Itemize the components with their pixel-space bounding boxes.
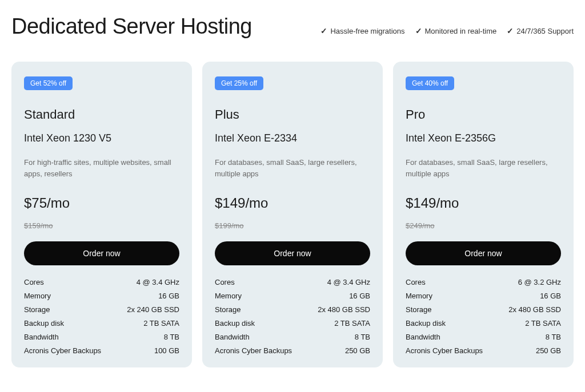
feature-item: ✓ 24/7/365 Support xyxy=(507,26,574,35)
pricing-plans: Get 52% off Standard Intel Xeon 1230 V5 … xyxy=(11,62,574,367)
spec-value: 6 @ 3.2 GHz xyxy=(518,278,561,286)
spec-label: Storage xyxy=(24,305,50,314)
plan-cpu: Intel Xeon E-2334 xyxy=(215,132,370,144)
spec-value: 8 TB xyxy=(546,333,561,341)
plan-price: $75/mo xyxy=(24,195,179,211)
spec-value: 4 @ 3.4 GHz xyxy=(327,278,370,286)
spec-row: Acronis Cyber Backups 250 GB xyxy=(406,346,561,355)
plan-description: For databases, small SaaS, large reselle… xyxy=(406,157,561,179)
discount-badge: Get 40% off xyxy=(406,76,454,90)
spec-label: Storage xyxy=(215,305,241,314)
spec-row: Storage 2x 240 GB SSD xyxy=(24,305,179,314)
spec-row: Acronis Cyber Backups 100 GB xyxy=(24,346,179,355)
spec-value: 2 TB SATA xyxy=(525,319,561,328)
spec-row: Cores 6 @ 3.2 GHz xyxy=(406,278,561,286)
plan-cpu: Intel Xeon E-2356G xyxy=(406,132,561,144)
spec-value: 100 GB xyxy=(154,346,179,355)
spec-value: 8 TB xyxy=(355,333,370,341)
feature-item: ✓ Hassle-free migrations xyxy=(320,26,404,35)
spec-value: 2x 480 GB SSD xyxy=(508,305,561,314)
spec-value: 16 GB xyxy=(158,292,179,300)
plan-original-price: $159/mo xyxy=(24,221,179,230)
check-icon: ✓ xyxy=(320,26,327,35)
check-icon: ✓ xyxy=(415,26,422,35)
plan-card-plus: Get 25% off Plus Intel Xeon E-2334 For d… xyxy=(202,62,383,367)
spec-row: Memory 16 GB xyxy=(24,292,179,300)
feature-text: Hassle-free migrations xyxy=(330,27,404,35)
discount-badge: Get 25% off xyxy=(215,76,263,90)
feature-text: Monitored in real-time xyxy=(425,27,497,35)
spec-row: Cores 4 @ 3.4 GHz xyxy=(215,278,370,286)
plan-cpu: Intel Xeon 1230 V5 xyxy=(24,132,179,144)
spec-value: 2 TB SATA xyxy=(143,319,179,328)
order-now-button[interactable]: Order now xyxy=(406,241,561,265)
plan-card-pro: Get 40% off Pro Intel Xeon E-2356G For d… xyxy=(393,62,574,367)
plan-name: Plus xyxy=(215,107,370,122)
plan-price: $149/mo xyxy=(215,195,370,211)
spec-label: Cores xyxy=(24,278,44,286)
spec-row: Memory 16 GB xyxy=(406,292,561,300)
spec-label: Acronis Cyber Backups xyxy=(215,346,292,355)
plan-price: $149/mo xyxy=(406,195,561,211)
plan-description: For databases, small SaaS, large reselle… xyxy=(215,157,370,179)
spec-label: Bandwidth xyxy=(215,333,250,341)
plan-name: Standard xyxy=(24,107,179,122)
spec-label: Cores xyxy=(215,278,235,286)
spec-row: Bandwidth 8 TB xyxy=(406,333,561,341)
plan-specs: Cores 4 @ 3.4 GHz Memory 16 GB Storage 2… xyxy=(215,278,370,355)
plan-original-price: $249/mo xyxy=(406,221,561,230)
plan-name: Pro xyxy=(406,107,561,122)
spec-value: 4 @ 3.4 GHz xyxy=(137,278,179,286)
spec-label: Backup disk xyxy=(406,319,446,328)
spec-row: Acronis Cyber Backups 250 GB xyxy=(215,346,370,355)
spec-value: 2x 480 GB SSD xyxy=(318,305,370,314)
spec-value: 16 GB xyxy=(540,292,561,300)
spec-value: 2 TB SATA xyxy=(334,319,370,328)
spec-value: 250 GB xyxy=(536,346,561,355)
feature-item: ✓ Monitored in real-time xyxy=(415,26,497,35)
spec-label: Backup disk xyxy=(24,319,64,328)
spec-label: Memory xyxy=(24,292,51,300)
order-now-button[interactable]: Order now xyxy=(215,241,370,265)
spec-row: Backup disk 2 TB SATA xyxy=(24,319,179,328)
order-now-button[interactable]: Order now xyxy=(24,241,179,265)
discount-badge: Get 52% off xyxy=(24,76,73,90)
page-title: Dedicated Server Hosting xyxy=(11,14,252,39)
spec-label: Acronis Cyber Backups xyxy=(24,346,101,355)
spec-row: Cores 4 @ 3.4 GHz xyxy=(24,278,179,286)
spec-row: Storage 2x 480 GB SSD xyxy=(406,305,561,314)
spec-label: Bandwidth xyxy=(24,333,59,341)
spec-value: 250 GB xyxy=(345,346,370,355)
plan-description: For high-traffic sites, multiple website… xyxy=(24,157,179,179)
check-icon: ✓ xyxy=(507,26,514,35)
plan-original-price: $199/mo xyxy=(215,221,370,230)
spec-row: Backup disk 2 TB SATA xyxy=(215,319,370,328)
spec-label: Memory xyxy=(406,292,432,300)
spec-label: Cores xyxy=(406,278,426,286)
spec-label: Acronis Cyber Backups xyxy=(406,346,483,355)
spec-label: Backup disk xyxy=(215,319,255,328)
spec-label: Bandwidth xyxy=(406,333,440,341)
plan-specs: Cores 6 @ 3.2 GHz Memory 16 GB Storage 2… xyxy=(406,278,561,355)
spec-value: 8 TB xyxy=(164,333,179,341)
spec-value: 2x 240 GB SSD xyxy=(127,305,179,314)
spec-row: Bandwidth 8 TB xyxy=(215,333,370,341)
spec-value: 16 GB xyxy=(349,292,370,300)
spec-label: Memory xyxy=(215,292,242,300)
plan-card-standard: Get 52% off Standard Intel Xeon 1230 V5 … xyxy=(11,62,192,367)
feature-text: 24/7/365 Support xyxy=(516,27,574,35)
header-features: ✓ Hassle-free migrations ✓ Monitored in … xyxy=(320,26,574,39)
spec-row: Backup disk 2 TB SATA xyxy=(406,319,561,328)
plan-specs: Cores 4 @ 3.4 GHz Memory 16 GB Storage 2… xyxy=(24,278,179,355)
spec-row: Storage 2x 480 GB SSD xyxy=(215,305,370,314)
spec-row: Bandwidth 8 TB xyxy=(24,333,179,341)
spec-label: Storage xyxy=(406,305,432,314)
spec-row: Memory 16 GB xyxy=(215,292,370,300)
